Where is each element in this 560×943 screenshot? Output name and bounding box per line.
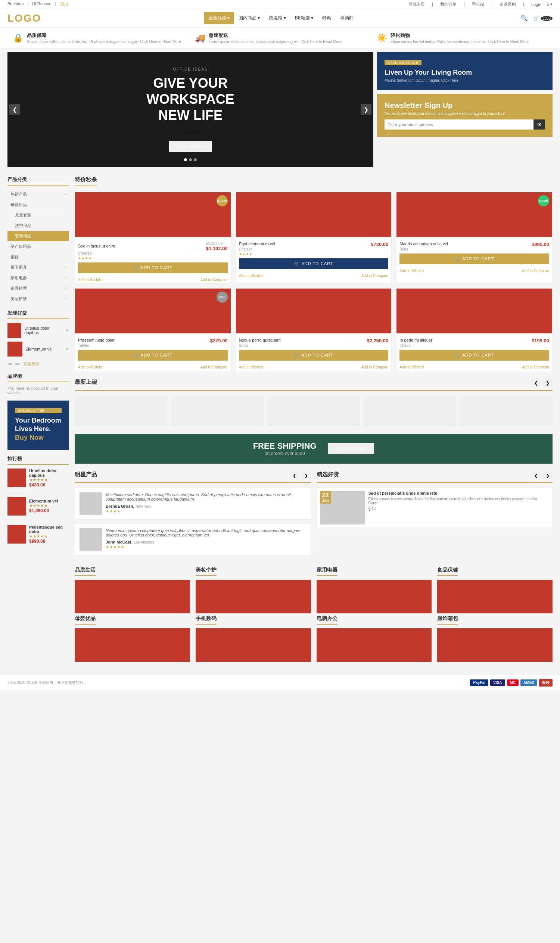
product-price-6: $199.00 <box>532 338 549 343</box>
hero-side-title: Liven Up Your Living Room <box>385 68 545 77</box>
product-price-5: $2,250.00 <box>367 338 388 343</box>
cat-section-computer: 电脑办公 <box>317 615 432 662</box>
newsletter-desc: Get exclusive deals you will not find an… <box>385 112 545 116</box>
add-compare-6[interactable]: Add to Compare <box>522 365 549 369</box>
add-compare-5[interactable]: Add to Compare <box>362 365 389 369</box>
product-info-6: In pede mi aliquet $199.00 Chairs 🛒 ADD … <box>397 333 552 364</box>
link-orders[interactable]: 我的订单 <box>440 2 457 7</box>
easy-shop-icon: ☀️ <box>377 33 387 43</box>
newest-next-btn[interactable]: ❯ <box>543 379 552 387</box>
sidebar-item-wash[interactable]: 洗护用品 <box>8 221 69 231</box>
sidebar-item-children-label: 儿童套装 <box>15 212 31 218</box>
newsletter-submit-btn[interactable]: ✉ <box>534 120 545 129</box>
nav-item-special[interactable]: 特惠 <box>318 12 335 24</box>
product-category-6: Chairs <box>400 343 549 348</box>
cart-icon[interactable]: 🛒 3355 <box>534 16 552 21</box>
hero-dot-3[interactable] <box>194 158 197 161</box>
cat-banner-fashion-img <box>437 628 552 662</box>
newest-prev-btn[interactable]: ❮ <box>531 379 541 387</box>
nav-item-categories[interactable]: 全量分类 ▾ <box>204 12 234 24</box>
nav-item-guide[interactable]: 导购师 <box>335 12 358 24</box>
category-banners-row1: 品质生活 美妆个护 家用电器 食品保健 母婴 <box>75 567 552 662</box>
add-to-cart-btn-2[interactable]: 🛒 ADD TO CART <box>239 258 389 269</box>
sidebar-item-kitchen[interactable]: 厨卫用具 › <box>8 262 69 273</box>
featured-prev-btn[interactable]: ❮ <box>531 472 541 479</box>
special-offer-link[interactable]: Buy Now <box>15 434 44 441</box>
sidebar-item-children[interactable]: 儿童套装 <box>8 210 69 221</box>
separator2: | <box>55 2 56 7</box>
logout-link[interactable]: 退出 <box>60 2 68 7</box>
add-wishlist-2[interactable]: Add to Wishlist <box>239 274 263 278</box>
add-compare-2[interactable]: Add to Compare <box>362 274 389 278</box>
featured-comments-1: 💬 3 <box>368 506 376 511</box>
sidebar-item-baby[interactable]: 婴孕用品 <box>8 231 69 242</box>
featured-nav: ❮ ❯ <box>531 472 552 479</box>
product-info-4: Praesent justo dolor $279.00 Tables 🛒 AD… <box>75 333 231 364</box>
login-link[interactable]: Login <box>531 2 542 7</box>
add-compare-4[interactable]: Add to Compare <box>200 365 228 369</box>
product-info-2: Eget elementum vel $730.00 Chaises ★★★★ … <box>236 237 392 272</box>
hero-prev-btn[interactable]: ❮ <box>9 104 20 115</box>
wishlist-prev-btn[interactable]: ⇦ <box>8 360 12 367</box>
add-to-cart-btn-1[interactable]: 🛒 ADD TO CART <box>78 262 228 273</box>
add-to-cart-btn-3[interactable]: 🛒 ADD TO CART <box>400 254 549 264</box>
nav-item-domestic[interactable]: 国内商品 ▾ <box>234 12 264 24</box>
ranking-stars-1: ★★★★★ <box>29 477 69 482</box>
product-category-1: Chaises <box>78 251 228 255</box>
sidebar-item-hot[interactable]: 热销产品 › <box>8 189 69 200</box>
wishlist-remove-1[interactable]: ✕ <box>65 328 69 333</box>
link-mobile[interactable]: 手机端 <box>472 2 484 7</box>
flash-sale-section: 特价秒杀 SALE! Sed in lacus ut enim $1,302.0… <box>75 176 552 371</box>
wishlist-remove-2[interactable]: ✕ <box>65 346 69 352</box>
nav-item-bk[interactable]: BK精选 ▾ <box>291 12 318 24</box>
link-home[interactable]: 商城主页 <box>408 2 425 7</box>
add-compare-3[interactable]: Add to Compare <box>522 269 549 273</box>
add-wishlist-4[interactable]: Add to Wishlist <box>78 365 103 369</box>
wishlist-thumb-2 <box>8 342 22 357</box>
nav-item-cross-border[interactable]: 跨境馆 ▾ <box>264 12 290 24</box>
reviews-prev-btn[interactable]: ❮ <box>290 472 299 479</box>
wishlist-more-link[interactable]: 查看更多 <box>23 361 40 367</box>
sidebar-item-appliance[interactable]: 家用电器 › <box>8 273 69 283</box>
add-wishlist-6[interactable]: Add to Wishlist <box>400 365 424 369</box>
hero-dot-1[interactable] <box>184 158 187 161</box>
visa-icon: VISA <box>490 680 505 686</box>
hero-buy-now-btn[interactable]: BUY NOW! <box>169 141 211 152</box>
ranking-item-3: Pellentesque sed dolor ★★★★★ $990.00 <box>8 525 69 549</box>
cat-banner-quality-img <box>75 580 190 613</box>
arrow-icon: › <box>65 265 66 270</box>
add-wishlist-1[interactable]: Add to Wishlist <box>78 278 103 282</box>
sidebar-item-pregnant[interactable]: 孕产妇用品 <box>8 242 69 252</box>
sidebar-item-furniture[interactable]: 家具护理 › <box>8 283 69 294</box>
hero-next-btn[interactable]: ❯ <box>361 104 371 115</box>
newest-header: 最新上架 ❮ ❯ <box>75 378 552 391</box>
add-to-cart-btn-5[interactable]: 🛒 ADD TO CART <box>239 350 389 361</box>
add-wishlist-3[interactable]: Add to Wishlist <box>400 269 424 273</box>
reviews-next-btn[interactable]: ❯ <box>301 472 311 479</box>
separator: ｜ <box>431 2 435 7</box>
product-actions-1: Add to Wishlist Add to Compare <box>75 276 231 283</box>
sidebar-item-furniture-label: 家具护理 <box>11 286 27 291</box>
sidebar-item-mother[interactable]: 母婴用品 <box>8 200 69 210</box>
add-wishlist-5[interactable]: Add to Wishlist <box>239 365 263 369</box>
add-to-cart-btn-6[interactable]: 🛒 ADD TO CART <box>400 350 549 361</box>
wishlist-next-btn[interactable]: ⇨ <box>15 360 20 367</box>
link-enterprise[interactable]: 企业采购 <box>500 2 516 7</box>
currency-selector[interactable]: $ ▾ <box>547 2 552 7</box>
special-offer-banner: SPECIAL OFFER Your BedroomLives Here. Bu… <box>8 401 69 450</box>
product-name-2: Eget elementum vel <box>239 242 275 246</box>
ranking-title: 排行榜 <box>8 455 69 465</box>
newsletter-input[interactable] <box>385 120 534 129</box>
review-location-2: Los Angeles <box>134 540 154 544</box>
add-compare-1[interactable]: Add to Compare <box>200 278 228 282</box>
product-card-1: SALE! Sed in lacus ut enim $1,302.00 $1,… <box>75 192 231 284</box>
sidebar-item-shoes[interactable]: 童鞋 <box>8 252 69 262</box>
newest-card-4 <box>364 397 456 426</box>
sidebar-item-beauty[interactable]: 美妆护肤 › <box>8 294 69 304</box>
search-icon[interactable]: 🔍 <box>520 15 528 22</box>
add-to-cart-btn-4[interactable]: 🛒 ADD TO CART <box>78 350 228 361</box>
featured-next-btn[interactable]: ❯ <box>543 472 552 479</box>
hero-dot-2[interactable] <box>189 158 192 161</box>
wishlist-item-2: Elementum vel ✕ <box>8 342 69 357</box>
learn-more-btn[interactable]: LEARN MORE <box>328 443 374 454</box>
